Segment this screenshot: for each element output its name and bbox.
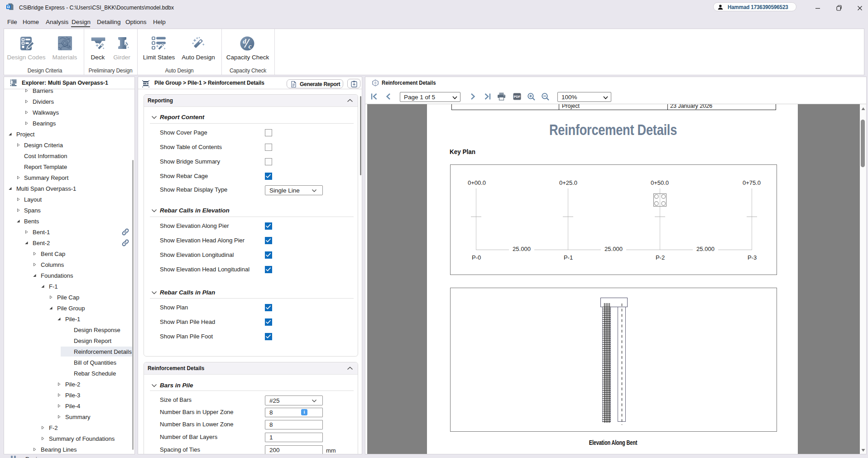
svg-text:c: c <box>249 43 252 50</box>
svg-text:PDF: PDF <box>514 95 521 99</box>
svg-text:d: d <box>243 38 246 45</box>
